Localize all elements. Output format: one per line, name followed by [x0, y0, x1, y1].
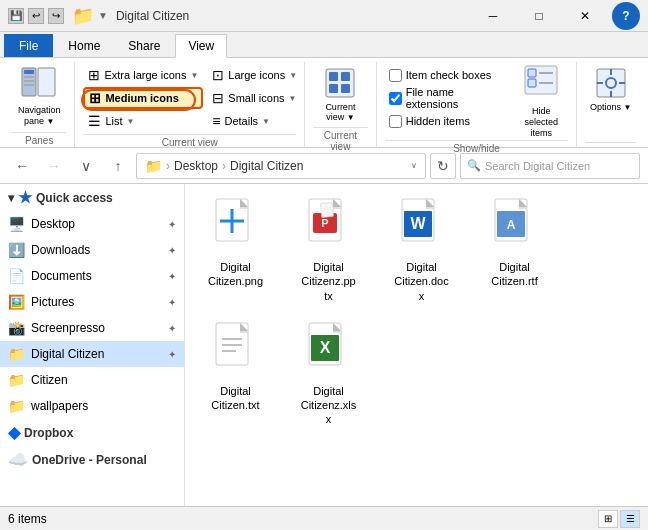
- sidebar-item-desktop[interactable]: 🖥️ Desktop ✦: [0, 211, 184, 237]
- file-item-txt[interactable]: Digital Citizen.txt: [193, 316, 278, 432]
- show-hide-content: Item check boxes File name extensions Hi…: [385, 64, 569, 138]
- address-bar[interactable]: 📁 › Desktop › Digital Citizen ∨: [136, 153, 426, 179]
- help-button[interactable]: ?: [612, 2, 640, 30]
- item-count: 6 items: [8, 512, 47, 526]
- file-icon-txt: [212, 321, 260, 380]
- layout-group-label: Current view: [83, 134, 296, 150]
- grid-view-button[interactable]: ⊞: [598, 510, 618, 528]
- window-title: Digital Citizen: [116, 9, 470, 23]
- file-item-xlsx[interactable]: X Digital Citizenz.xls x: [286, 316, 371, 432]
- current-view-button[interactable]: Currentview ▼: [313, 64, 368, 125]
- tab-file[interactable]: File: [4, 34, 53, 57]
- navigation-bar: ← → ∨ ↑ 📁 › Desktop › Digital Citizen ∨ …: [0, 148, 648, 184]
- save-icon[interactable]: 💾: [8, 8, 24, 24]
- list-button[interactable]: ☰ List ▼: [83, 110, 203, 132]
- details-drop-arrow: ▼: [262, 117, 270, 126]
- minimize-button[interactable]: ─: [470, 0, 516, 32]
- file-item-png[interactable]: Digital Citizen.png: [193, 192, 278, 308]
- show-hide-checkboxes: Item check boxes File name extensions Hi…: [385, 64, 510, 132]
- nav-pane-icon: [21, 67, 57, 105]
- sidebar-item-documents[interactable]: 📄 Documents ✦: [0, 263, 184, 289]
- svg-rect-12: [528, 69, 536, 77]
- file-item-rtf[interactable]: A Digital Citizen.rtf: [472, 192, 557, 308]
- sidebar-item-downloads[interactable]: ⬇️ Downloads ✦: [0, 237, 184, 263]
- svg-text:X: X: [319, 339, 330, 356]
- medium-icons-button[interactable]: ⊞ Medium icons: [83, 87, 203, 109]
- dropbox-header[interactable]: ◆ Dropbox: [0, 419, 184, 446]
- main-content: ▾ ★ Quick access 🖥️ Desktop ✦ ⬇️ Downloa…: [0, 184, 648, 506]
- desktop-pin: ✦: [168, 219, 176, 230]
- onedrive-header[interactable]: ☁️ OneDrive - Personal: [0, 446, 184, 473]
- options-button[interactable]: Options ▼: [585, 64, 636, 115]
- svg-rect-3: [24, 76, 34, 78]
- back-button[interactable]: ←: [8, 152, 36, 180]
- close-button[interactable]: ✕: [562, 0, 608, 32]
- sidebar-item-pictures[interactable]: 🖼️ Pictures ✦: [0, 289, 184, 315]
- svg-rect-4: [24, 80, 34, 82]
- sidebar-item-citizen[interactable]: 📁 Citizen: [0, 367, 184, 393]
- svg-rect-1: [38, 68, 55, 96]
- extra-large-icons-button[interactable]: ⊞ Extra large icons ▼: [83, 64, 203, 86]
- digital-citizen-pin: ✦: [168, 349, 176, 360]
- refresh-button[interactable]: ↻: [430, 153, 456, 179]
- item-check-boxes-checkbox[interactable]: [389, 69, 402, 82]
- hide-selected-icon: [523, 64, 559, 106]
- hidden-items-checkbox[interactable]: [389, 115, 402, 128]
- dropbox-label: Dropbox: [24, 426, 73, 440]
- file-name-docx: Digital Citizen.doc x: [394, 260, 448, 303]
- desktop-icon: 🖥️: [8, 216, 25, 232]
- undo-icon[interactable]: ↩: [28, 8, 44, 24]
- maximize-button[interactable]: □: [516, 0, 562, 32]
- options-icon: [595, 67, 627, 102]
- sidebar-item-screenpresso[interactable]: 📸 Screenpresso ✦: [0, 315, 184, 341]
- file-name-txt: Digital Citizen.txt: [211, 384, 259, 413]
- up-history-button[interactable]: ∨: [72, 152, 100, 180]
- small-icons-icon: ⊟: [212, 90, 224, 106]
- sidebar-item-digital-citizen[interactable]: 📁 Digital Citizen ✦: [0, 341, 184, 367]
- documents-label: Documents: [31, 269, 162, 283]
- list-icon: ☰: [88, 113, 101, 129]
- current-view-icon: [324, 67, 356, 102]
- hide-selected-container: Hide selecteditems: [514, 64, 568, 138]
- list-view-button[interactable]: ☰: [620, 510, 640, 528]
- file-item-pptx[interactable]: P Digital Citizenz.pp tx: [286, 192, 371, 308]
- file-name-extensions-label: File name extensions: [406, 86, 506, 110]
- pictures-pin: ✦: [168, 297, 176, 308]
- wallpapers-label: wallpapers: [31, 399, 176, 413]
- onedrive-label: OneDrive - Personal: [32, 453, 147, 467]
- wallpapers-folder-icon: 📁: [8, 398, 25, 414]
- svg-rect-10: [341, 84, 350, 93]
- svg-rect-9: [329, 84, 338, 93]
- current-view-label: Currentview ▼: [325, 102, 355, 122]
- citizen-label: Citizen: [31, 373, 176, 387]
- search-bar[interactable]: 🔍 Search Digital Citizen: [460, 153, 640, 179]
- navigation-pane-button[interactable]: Navigationpane ▼: [12, 64, 66, 130]
- onedrive-icon: ☁️: [8, 450, 28, 469]
- details-button[interactable]: ≡ Details ▼: [207, 110, 302, 132]
- title-bar-icons: 💾 ↩ ↪: [8, 8, 64, 24]
- dropbox-icon: ◆: [8, 423, 20, 442]
- redo-icon[interactable]: ↪: [48, 8, 64, 24]
- address-sep-1: ›: [166, 159, 170, 173]
- list-label: List: [105, 115, 122, 127]
- svg-text:W: W: [410, 215, 426, 232]
- svg-rect-32: [320, 203, 333, 218]
- ribbon-group-current-view: Currentview ▼ Current view: [305, 62, 377, 147]
- file-item-docx[interactable]: W Digital Citizen.doc x: [379, 192, 464, 308]
- tab-view[interactable]: View: [175, 34, 227, 58]
- sidebar: ▾ ★ Quick access 🖥️ Desktop ✦ ⬇️ Downloa…: [0, 184, 185, 506]
- tab-home[interactable]: Home: [55, 34, 113, 57]
- quick-access-header[interactable]: ▾ ★ Quick access: [0, 184, 184, 211]
- address-drop-arrow[interactable]: ∨: [411, 161, 417, 170]
- address-sep-2: ›: [222, 159, 226, 173]
- up-button[interactable]: ↑: [104, 152, 132, 180]
- search-placeholder: Search Digital Citizen: [485, 160, 590, 172]
- tab-share[interactable]: Share: [115, 34, 173, 57]
- small-icons-button[interactable]: ⊟ Small icons ▼: [207, 87, 302, 109]
- details-label: Details: [224, 115, 258, 127]
- large-icons-button[interactable]: ⊡ Large icons ▼: [207, 64, 302, 86]
- extra-large-icons-icon: ⊞: [88, 67, 100, 83]
- sidebar-item-wallpapers[interactable]: 📁 wallpapers: [0, 393, 184, 419]
- file-name-extensions-checkbox[interactable]: [389, 92, 402, 105]
- forward-button[interactable]: →: [40, 152, 68, 180]
